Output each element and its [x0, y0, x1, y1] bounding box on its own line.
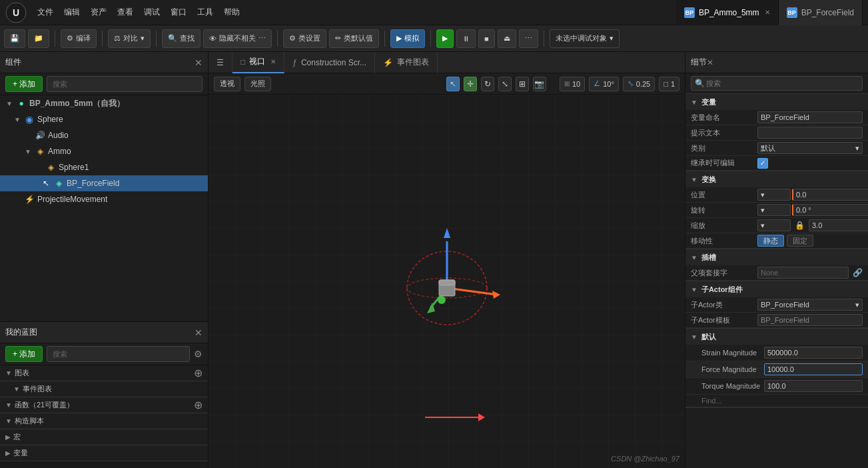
tab-hamburger[interactable]: ☰ [209, 52, 232, 73]
menu-file[interactable]: 文件 [32, 4, 59, 21]
scale-number[interactable]: ⤡ 0.25 [623, 77, 655, 91]
menu-edit[interactable]: 编辑 [59, 4, 85, 21]
lock-icon[interactable]: 🔒 [795, 221, 805, 230]
tab-construction[interactable]: ƒ Construction Scr... [284, 52, 375, 73]
section-variables[interactable]: ▶ 变量 [0, 445, 208, 461]
section-functions[interactable]: ▼ 函数（21可覆盖） ⊕ [0, 397, 208, 413]
tab-bp-ammo-close[interactable]: ✕ [765, 9, 770, 16]
menu-debug[interactable]: 调试 [139, 4, 165, 21]
no-debug-dropdown[interactable]: 未选中调试对象 ▾ [550, 29, 620, 48]
section-graph[interactable]: ▼ 图表 ⊕ [0, 365, 208, 381]
menu-help[interactable]: 帮助 [218, 4, 245, 21]
graph-add[interactable]: ⊕ [194, 367, 203, 379]
lighting-button[interactable]: 光照 [244, 77, 271, 91]
eject-button[interactable]: ⏏ [498, 29, 516, 48]
tab-bp-ammo-icon: BP [684, 7, 695, 18]
add-component-button[interactable]: + 添加 [5, 76, 43, 92]
transform-tool[interactable]: ⊞ [516, 77, 529, 91]
section-transform-header[interactable]: ▼ 变换 [685, 171, 868, 187]
components-search[interactable] [47, 76, 203, 92]
section-child-actor-header[interactable]: ▼ 子Actor组件 [685, 281, 868, 297]
scale-x[interactable] [809, 219, 868, 231]
tree-root[interactable]: ▼ ● BP_Ammo_5mm（自我） [0, 95, 208, 111]
components-close[interactable]: ✕ [195, 57, 203, 68]
perspective-button[interactable]: 透视 [214, 77, 240, 91]
section-macros2[interactable]: ▶ 宏 [0, 429, 208, 445]
rotation-dropdown[interactable]: ▾ [757, 204, 791, 216]
compile-button[interactable]: ⚙ 编译 [61, 29, 97, 48]
mobility-static[interactable]: 静态 [757, 235, 784, 247]
variable-name-input[interactable] [757, 111, 863, 123]
inherit-checkbox[interactable]: ✓ [757, 158, 768, 169]
components-toolbar: + 添加 [0, 73, 208, 95]
settings-icon2[interactable]: ⚙ [194, 349, 203, 359]
angle-number[interactable]: ∠ 10° [589, 77, 619, 91]
menu-assets[interactable]: 资产 [85, 4, 112, 21]
play-button[interactable]: ▶ [436, 29, 454, 48]
tree-projectile[interactable]: ▶ ⚡ ProjectileMovement [0, 191, 208, 207]
tab-bp-forcefield[interactable]: BP BP_ForceField [779, 0, 863, 25]
blueprints-close[interactable]: ✕ [195, 327, 203, 338]
section-macros[interactable]: ▼ 构造脚本 [0, 413, 208, 429]
tab-bp-ammo[interactable]: BP BP_Ammo_5mm ✕ [676, 0, 779, 25]
details-close[interactable]: ✕ [707, 58, 713, 67]
functions-add[interactable]: ⊕ [194, 399, 203, 411]
settings-label: 类设置 [298, 33, 320, 43]
tree-sphere1[interactable]: ▶ ◈ Sphere1 [0, 159, 208, 175]
grid-number[interactable]: ⊞ 10 [560, 77, 585, 91]
select-tool[interactable]: ↖ [446, 77, 460, 91]
rotate-tool[interactable]: ↻ [481, 77, 494, 91]
strain-input[interactable] [764, 347, 863, 359]
category-dropdown[interactable]: 默认 ▾ [757, 142, 863, 154]
add-blueprint-button[interactable]: + 添加 [5, 346, 43, 362]
simulate-button[interactable]: ▶ 模拟 [390, 29, 425, 48]
compile-label: 编译 [76, 33, 91, 43]
pause-button[interactable]: ⏸ [456, 29, 476, 48]
parent-socket-link[interactable]: 🔗 [853, 268, 863, 277]
tree-ammo[interactable]: ▼ ◈ Ammo [0, 143, 208, 159]
tree-bp-forcefield[interactable]: ▶ ↖ ◈ BP_ForceField [0, 175, 208, 191]
location-x[interactable] [792, 189, 868, 201]
browse-button[interactable]: 📁 [28, 29, 49, 48]
child-actor-class-dropdown[interactable]: BP_ForceField ▾ [757, 299, 863, 311]
section-variable-header[interactable]: ▼ 变量 [685, 94, 868, 110]
blueprints-search[interactable] [47, 346, 190, 362]
section-defaults-header[interactable]: ▼ 默认 [685, 329, 868, 345]
settings-button[interactable]: ⚙ 类设置 [283, 29, 326, 48]
viewport-tab-close[interactable]: ✕ [270, 58, 276, 65]
details-search-input[interactable] [691, 76, 863, 91]
find-button[interactable]: 🔍 查找 [162, 29, 201, 48]
defaults-button[interactable]: ✏ 类默认值 [329, 29, 379, 48]
translate-tool[interactable]: ✛ [464, 77, 477, 91]
view-number[interactable]: □ 1 [659, 77, 679, 91]
child-actor-template-label: 子Actor模板 [691, 315, 757, 325]
section-socket-header[interactable]: ▼ 插槽 [685, 249, 868, 265]
tab-eventgraph[interactable]: ⚡ 事件图表 [375, 52, 438, 73]
more-button[interactable]: ⋯ [519, 29, 538, 48]
tree-sphere[interactable]: ▼ ◉ Sphere [0, 111, 208, 127]
proj-icon: ⚡ [24, 194, 35, 205]
location-dropdown[interactable]: ▾ [757, 189, 791, 201]
menu-window[interactable]: 窗口 [165, 4, 192, 21]
mobility-value-wrap: 静态 固定 [757, 235, 863, 247]
svg-rect-11 [439, 280, 455, 285]
tab-viewport[interactable]: □ 视口 ✕ [232, 52, 284, 73]
force-input[interactable] [764, 363, 863, 375]
tooltip-input[interactable] [757, 127, 863, 139]
menu-view[interactable]: 查看 [112, 4, 139, 21]
editor-tabs: BP BP_Ammo_5mm ✕ BP BP_ForceField [676, 0, 863, 25]
tree-audio[interactable]: ▶ 🔊 Audio [0, 127, 208, 143]
menu-tools[interactable]: 工具 [192, 4, 218, 21]
diff-button[interactable]: ⚖ 对比 ▾ [108, 29, 151, 48]
torque-input[interactable] [764, 380, 863, 392]
section-eventgraph[interactable]: ▼ 事件图表 [0, 381, 208, 397]
mobility-fixed[interactable]: 固定 [787, 235, 813, 247]
rotation-x[interactable] [792, 204, 868, 216]
save-button[interactable]: 💾 [4, 29, 25, 48]
hide-button[interactable]: 👁 隐藏不相关 ⋯ [203, 29, 272, 48]
scale-tool[interactable]: ⤡ [498, 77, 512, 91]
scale-dropdown[interactable]: ▾ [757, 219, 791, 231]
stop-button[interactable]: ■ [478, 29, 495, 48]
viewport-content[interactable]: CSDN @Zhichao_97 [209, 95, 685, 468]
camera-tool[interactable]: 📷 [533, 77, 546, 91]
